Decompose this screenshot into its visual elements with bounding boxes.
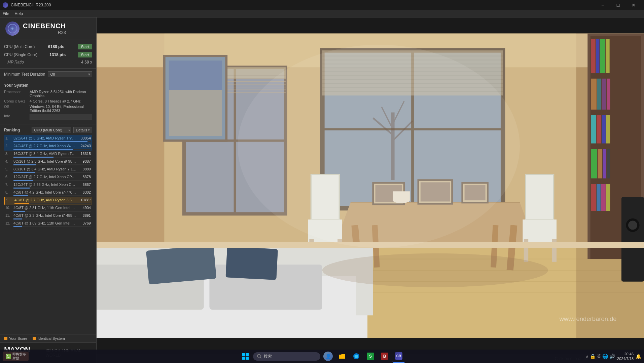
svg-point-103	[322, 253, 548, 287]
volume-icon[interactable]: 🔊	[609, 354, 615, 359]
rank-description: 24C/48T @ 2.7 GHz, Intel Xeon W-3265M CP…	[13, 144, 77, 148]
rank-number: 12.	[5, 221, 13, 225]
rank-number: 7.	[5, 183, 13, 187]
legend-section: Your Score Identical System	[0, 334, 96, 342]
svg-point-104	[238, 45, 520, 248]
svg-rect-63	[598, 149, 602, 178]
rank-number: 5.	[5, 167, 13, 171]
single-core-row: CPU (Single Core) 1318 pts Start	[4, 51, 92, 59]
folder-icon	[338, 353, 346, 360]
rank-number: 11.	[5, 214, 13, 217]
main-layout: CINEBENCH R23 CPU (Multi Core) 6188 pts …	[0, 17, 644, 363]
svg-rect-99	[621, 197, 644, 282]
render-scene: www.renderbaron.de	[97, 17, 644, 354]
notification-button[interactable]: 🔔	[636, 354, 641, 359]
os-label: OS	[4, 105, 28, 109]
ranking-dropdown-wrapper: CPU (Multi Core) CPU (Single Core)	[32, 127, 71, 133]
os-row: OS Windows 10, 64 Bit, Professional Edit…	[4, 105, 92, 113]
rank-number: 3.	[5, 152, 13, 156]
network-icon[interactable]: 🌐	[602, 354, 608, 359]
svg-rect-47	[169, 90, 222, 136]
os-value: Windows 10, 64 Bit, Professional Edition…	[30, 105, 92, 113]
your-score-dot	[4, 337, 7, 340]
svg-rect-107	[246, 353, 249, 356]
svg-rect-51	[596, 39, 599, 73]
ranking-list-item[interactable]: 2. 24C/48T @ 2.7 GHz, Intel Xeon W-3265M…	[4, 143, 92, 151]
multi-core-start-button[interactable]: Start	[78, 44, 92, 49]
menu-file[interactable]: File	[3, 11, 9, 16]
legend-your-score: Your Score	[4, 336, 27, 340]
filemanager-icon-taskbar[interactable]	[336, 350, 349, 363]
system-section: Your System Processor AMD Ryzen 3 5425U …	[0, 80, 96, 124]
ranking-list-item[interactable]: 6. 12C/24T @ 2.7 GHz, Intel Xeon CPU E5-…	[4, 174, 92, 182]
app2-icon-taskbar[interactable]: B	[378, 350, 391, 363]
ranking-list-item[interactable]: 4. 8C/16T @ 2.3 GHz, Intel Core i9-9880H…	[4, 158, 92, 166]
ranking-list-item[interactable]: 11. 4C/8T @ 2.3 GHz, Intel Core i7-4850H…	[4, 212, 92, 220]
details-button[interactable]: Details	[73, 127, 92, 133]
person-icon-taskbar[interactable]: 👤	[322, 350, 334, 363]
rank-score: 3891	[77, 213, 91, 217]
app-version: R23	[23, 30, 66, 35]
svg-rect-59	[597, 115, 601, 144]
ranking-list-item[interactable]: 5. 8C/16T @ 3.4 GHz, AMD Ryzen 7 1700X E…	[4, 166, 92, 174]
ranking-list-item[interactable]: 1. 32C/64T @ 3 GHz, AMD Ryzen Threadripp…	[4, 135, 92, 143]
ranking-list-item[interactable]: 10. 4C/8T @ 2.81 GHz, 11th Gen Intel Cor…	[4, 205, 92, 212]
vpn-icon[interactable]: 🔒	[590, 354, 596, 359]
ranking-list-item[interactable]: 9. 4C/8T @ 2.7 GHz, AMD Ryzen 3 5425U wi…	[4, 197, 92, 205]
rank-number: 9.	[6, 198, 14, 202]
svg-rect-65	[607, 149, 610, 178]
edge-icon-taskbar[interactable]	[350, 350, 363, 363]
ranking-list-item[interactable]: 3. 16C/32T @ 3.4 GHz, AMD Ryzen Threadri…	[4, 151, 92, 158]
rank-score: 6867	[77, 183, 91, 187]
title-bar: CINEBENCH R23.200 − □ ✕	[0, 0, 644, 10]
rank-description: 4C/8T @ 4.2 GHz, Intel Core i7-7700K CPU	[13, 190, 77, 194]
rank-description: 12C/24T @ 2.66 GHz, Intel Xeon CPU X5650	[13, 183, 77, 187]
minimize-button[interactable]: −	[595, 0, 610, 10]
right-panel: www.renderbaron.de Click on one of the '…	[97, 17, 644, 363]
rank-description: 4C/8T @ 2.81 GHz, 11th Gen Intel Core i7…	[13, 206, 77, 210]
app1-icon-taskbar[interactable]: S	[364, 350, 377, 363]
logo-circle	[5, 22, 20, 36]
close-button[interactable]: ✕	[626, 0, 641, 10]
min-duration-row: Minimum Test Duration Off 1 Minute 5 Min…	[4, 71, 92, 77]
svg-rect-60	[602, 115, 606, 144]
svg-rect-66	[591, 184, 596, 211]
notif-text: 即将发布 财报	[12, 352, 26, 360]
ranking-list: 1. 32C/64T @ 3 GHz, AMD Ryzen Threadripp…	[4, 135, 92, 331]
svg-rect-57	[607, 79, 610, 110]
mp-ratio-value: 4.69 x	[81, 60, 92, 65]
rank-score: 16315	[77, 152, 91, 156]
ranking-list-item[interactable]: 12. 4C/8T @ 1.69 GHz, 11th Gen Intel Cor…	[4, 220, 92, 228]
info-label: Info	[4, 114, 28, 118]
title-bar-controls: − □ ✕	[595, 0, 641, 10]
ranking-list-item[interactable]: 8. 4C/8T @ 4.2 GHz, Intel Core i7-7700K …	[4, 189, 92, 197]
rank-number: 6.	[5, 175, 13, 179]
svg-rect-62	[591, 149, 597, 178]
search-bar[interactable]: 搜索	[253, 352, 320, 361]
keyboard-icon[interactable]: 英	[597, 354, 601, 359]
ranking-header: Ranking CPU (Multi Core) CPU (Single Cor…	[4, 127, 92, 133]
info-input[interactable]	[30, 114, 92, 120]
menu-help[interactable]: Help	[14, 11, 23, 16]
ranking-list-item[interactable]: 7. 12C/24T @ 2.66 GHz, Intel Xeon CPU X5…	[4, 182, 92, 189]
cores-row: Cores x GHz 4 Cores, 8 Threads @ 2.7 GHz	[4, 99, 92, 103]
start-button[interactable]	[239, 350, 252, 363]
rank-description: 4C/8T @ 2.7 GHz, AMD Ryzen 3 5425U with …	[14, 198, 77, 202]
cinebench-taskbar-icon[interactable]: CB	[392, 350, 405, 363]
left-panel: CINEBENCH R23 CPU (Multi Core) 6188 pts …	[0, 17, 97, 363]
info-row: Info	[4, 114, 92, 120]
maximize-button[interactable]: □	[610, 0, 626, 10]
svg-point-101	[628, 220, 637, 230]
single-core-start-button[interactable]: Start	[78, 52, 92, 57]
rank-description: 32C/64T @ 3 GHz, AMD Ryzen Threadripper …	[13, 136, 77, 140]
rank-description: 8C/16T @ 3.4 GHz, AMD Ryzen 7 1700X Eigh…	[13, 167, 77, 171]
settings-section: Minimum Test Duration Off 1 Minute 5 Min…	[0, 69, 96, 80]
ranking-type-select[interactable]: CPU (Multi Core) CPU (Single Core)	[32, 127, 71, 133]
chevron-up-icon[interactable]: ∧	[586, 354, 588, 359]
cores-value: 4 Cores, 8 Threads @ 2.7 GHz	[30, 99, 92, 103]
app-name: CINEBENCH	[23, 22, 66, 30]
min-duration-select[interactable]: Off 1 Minute 5 Minutes 10 Minutes 30 Min…	[48, 71, 92, 77]
svg-rect-61	[606, 115, 610, 144]
tray-icons: ∧ 🔒 英 🌐 🔊	[586, 354, 615, 359]
notification-app[interactable]: 💹 即将发布 财报	[3, 352, 29, 361]
